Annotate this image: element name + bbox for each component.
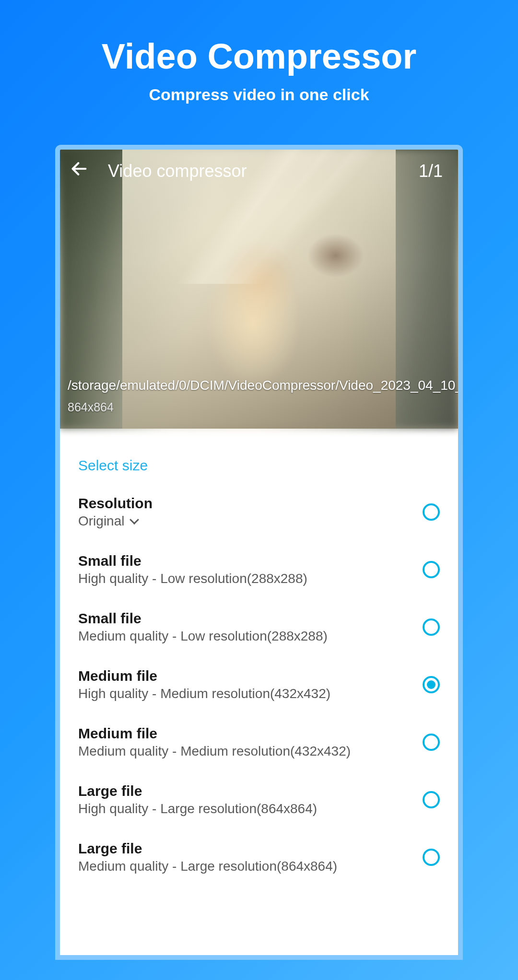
radio-button[interactable] xyxy=(423,849,440,866)
option-text: Medium fileMedium quality - Medium resol… xyxy=(78,725,423,759)
option-text: Large fileHigh quality - Large resolutio… xyxy=(78,783,423,817)
radio-button[interactable] xyxy=(423,676,440,693)
size-option-row[interactable]: ResolutionOriginal xyxy=(78,495,440,529)
option-title: Large file xyxy=(78,783,423,799)
radio-button[interactable] xyxy=(423,734,440,751)
page-counter: 1/1 xyxy=(419,161,448,181)
radio-button[interactable] xyxy=(423,791,440,808)
option-subtitle: High quality - Medium resolution(432x432… xyxy=(78,686,423,701)
video-preview: Video compressor 1/1 /storage/emulated/0… xyxy=(60,150,458,429)
option-title: Resolution xyxy=(78,495,423,512)
option-text: Small fileHigh quality - Low resolution(… xyxy=(78,553,423,586)
chevron-down-icon xyxy=(130,515,140,525)
app-frame: Video compressor 1/1 /storage/emulated/0… xyxy=(55,145,463,960)
option-title: Medium file xyxy=(78,668,423,684)
option-text: Small fileMedium quality - Low resolutio… xyxy=(78,610,423,644)
option-text: Medium fileHigh quality - Medium resolut… xyxy=(78,668,423,701)
app-header-title: Video compressor xyxy=(108,161,419,181)
size-option-row[interactable]: Medium fileHigh quality - Medium resolut… xyxy=(78,668,440,701)
option-subtitle[interactable]: Original xyxy=(78,513,423,529)
size-option-row[interactable]: Small fileHigh quality - Low resolution(… xyxy=(78,553,440,586)
radio-button[interactable] xyxy=(423,618,440,636)
size-option-row[interactable]: Small fileMedium quality - Low resolutio… xyxy=(78,610,440,644)
size-option-row[interactable]: Medium fileMedium quality - Medium resol… xyxy=(78,725,440,759)
radio-button[interactable] xyxy=(423,561,440,578)
option-subtitle: Medium quality - Low resolution(288x288) xyxy=(78,629,423,644)
option-title: Small file xyxy=(78,553,423,569)
options-container: Select size ResolutionOriginalSmall file… xyxy=(60,429,458,874)
back-arrow-icon[interactable] xyxy=(70,159,89,183)
option-title: Medium file xyxy=(78,725,423,742)
option-text: ResolutionOriginal xyxy=(78,495,423,529)
video-path: /storage/emulated/0/DCIM/VideoCompressor… xyxy=(68,376,450,395)
radio-inner xyxy=(427,680,436,689)
radio-button[interactable] xyxy=(423,503,440,521)
app-header: Video compressor 1/1 xyxy=(60,150,458,193)
section-title: Select size xyxy=(78,457,440,474)
option-title: Small file xyxy=(78,610,423,627)
option-subtitle: High quality - Large resolution(864x864) xyxy=(78,801,423,817)
options-list: ResolutionOriginalSmall fileHigh quality… xyxy=(78,495,440,874)
size-option-row[interactable]: Large fileMedium quality - Large resolut… xyxy=(78,840,440,874)
option-subtitle: High quality - Low resolution(288x288) xyxy=(78,571,423,586)
option-subtitle: Medium quality - Medium resolution(432x4… xyxy=(78,744,423,759)
option-title: Large file xyxy=(78,840,423,857)
video-dimensions: 864x864 xyxy=(68,400,450,414)
video-info: /storage/emulated/0/DCIM/VideoCompressor… xyxy=(60,376,458,429)
option-text: Large fileMedium quality - Large resolut… xyxy=(78,840,423,874)
promo-subtitle: Compress video in one click xyxy=(149,85,369,104)
size-option-row[interactable]: Large fileHigh quality - Large resolutio… xyxy=(78,783,440,817)
promo-title: Video Compressor xyxy=(102,36,417,77)
promo-container: Video Compressor Compress video in one c… xyxy=(0,0,518,980)
option-subtitle: Medium quality - Large resolution(864x86… xyxy=(78,859,423,874)
